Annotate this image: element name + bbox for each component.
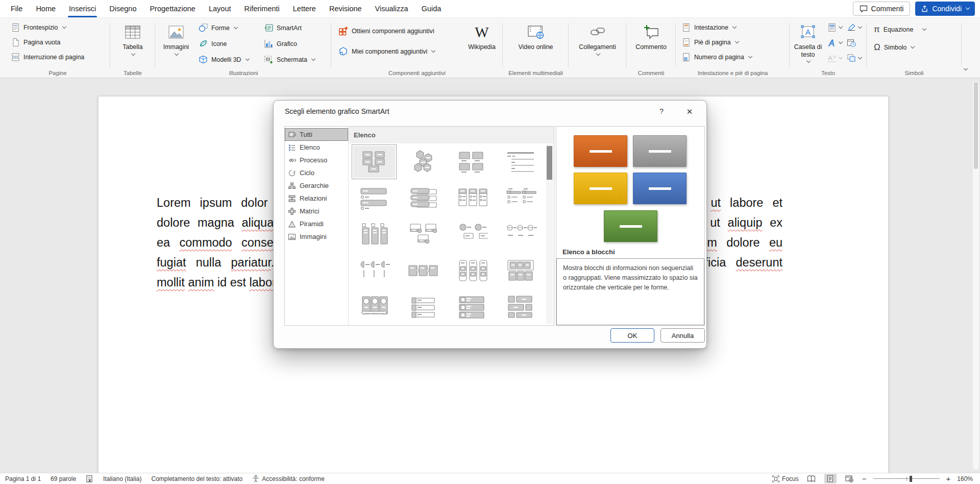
tab-visualizza[interactable]: Visualizza <box>369 0 415 17</box>
gallery-scrollbar-thumb[interactable] <box>547 146 552 180</box>
tab-home[interactable]: Home <box>29 0 62 17</box>
gallery-scrollbar[interactable] <box>546 144 553 324</box>
document-scrollbar[interactable] <box>973 81 979 470</box>
ribbon-collapse-chevron[interactable] <box>960 65 971 74</box>
gallery-item-vertical-rounded-list[interactable] <box>451 254 493 287</box>
icone-button[interactable]: Icone <box>197 37 251 50</box>
gallery-item-box-line-rows[interactable] <box>402 291 444 323</box>
tab-disegno[interactable]: Disegno <box>103 0 143 17</box>
video-online-button[interactable]: Video online <box>518 19 554 70</box>
gallery-item-arrow-box-row[interactable] <box>402 254 444 287</box>
commento-button[interactable]: Commento <box>631 19 672 70</box>
zoom-out-button[interactable]: − <box>862 475 867 482</box>
zoom-level[interactable]: 160% <box>957 475 973 482</box>
wikipedia-button[interactable]: W Wikipedia <box>464 19 500 70</box>
equazione-button[interactable]: π Equazione <box>872 23 928 36</box>
gallery-item-two-column-tab-list[interactable] <box>500 182 542 214</box>
miei-componenti-button[interactable]: Miei componenti aggiuntivi <box>336 45 437 58</box>
smartart-button[interactable]: SmartArt <box>262 21 317 34</box>
frontespizio-button[interactable]: Frontespizio <box>9 21 86 34</box>
gallery-item-alternating-hexagons[interactable] <box>402 146 444 178</box>
simbolo-button[interactable]: Ω Simbolo <box>872 41 928 54</box>
schermata-button[interactable]: Schermata <box>262 53 317 66</box>
zoom-slider-thumb[interactable] <box>910 476 912 482</box>
intestazione-button[interactable]: Intestazione <box>680 21 754 34</box>
numero-di-pagina-button[interactable]: # Numero di pagina <box>680 51 754 63</box>
category-item-relazioni[interactable]: Relazioni <box>285 192 348 205</box>
help-icon[interactable]: ? <box>656 107 667 115</box>
interruzione-pagina-button[interactable]: Interruzione di pagina <box>9 51 86 63</box>
comments-button[interactable]: Commenti <box>853 2 911 16</box>
scrollbar-thumb[interactable] <box>974 82 978 169</box>
collegamenti-button[interactable]: Collegamenti <box>573 19 622 70</box>
language-indicator[interactable]: Italiano (Italia) <box>103 475 141 482</box>
category-item-piramidi[interactable]: Piramidi <box>285 217 348 230</box>
pagina-vuota-button[interactable]: Pagina vuota <box>9 36 86 49</box>
immagini-button[interactable]: Immagini <box>160 19 192 70</box>
modelli-3d-button[interactable]: Modelli 3D <box>197 53 251 66</box>
data-e-ora-button[interactable] <box>847 36 862 50</box>
gallery-item-block-list[interactable] <box>352 144 397 179</box>
tab-progettazione[interactable]: Progettazione <box>143 0 202 17</box>
gallery-item-horizontal-bullet-list[interactable] <box>500 146 542 178</box>
gallery-item-square-grid-list[interactable] <box>500 254 542 287</box>
riga-di-firma-button[interactable] <box>847 21 862 34</box>
cancel-button[interactable]: Annulla <box>660 328 705 343</box>
gallery-item-mosaic-grid[interactable] <box>500 291 542 323</box>
gallery-item-circle-box-pairs[interactable] <box>451 218 493 251</box>
tab-inserisci[interactable]: Inserisci <box>62 0 103 17</box>
gallery-item-panel-circle-arrows[interactable] <box>353 291 395 323</box>
gallery-item-circle-dash-row[interactable] <box>500 218 542 251</box>
group-label-testo: Testo <box>790 70 867 76</box>
zoom-slider[interactable] <box>873 475 940 482</box>
share-button[interactable]: Condividi <box>915 2 975 16</box>
category-item-processo[interactable]: Processo <box>285 154 348 166</box>
category-item-ciclo[interactable]: Ciclo <box>285 166 348 179</box>
ribbon-group-tabelle: Tabella Tabelle <box>110 18 155 78</box>
tab-layout[interactable]: Layout <box>202 0 238 17</box>
text-prediction-indicator[interactable]: Completamento del testo: attivato <box>151 475 242 482</box>
proofing-errors-icon[interactable] <box>86 475 93 483</box>
gallery-item-square-bullet-rows[interactable] <box>451 291 493 323</box>
close-icon[interactable]: ✕ <box>683 106 696 118</box>
gallery-item-rounded-list[interactable] <box>353 182 395 214</box>
group-label-tabelle: Tabelle <box>110 70 155 76</box>
category-item-immagini[interactable]: Immagini <box>285 230 348 243</box>
casella-di-testo-button[interactable]: A Casella di testo <box>791 19 825 70</box>
oggetto-button[interactable] <box>847 52 862 65</box>
read-mode-button[interactable] <box>805 474 818 483</box>
gallery-item-vertical-box-list[interactable] <box>353 218 395 251</box>
page-indicator[interactable]: Pagina 1 di 1 <box>5 475 41 482</box>
gallery-item-pc-boxes[interactable] <box>402 218 444 251</box>
tab-guida[interactable]: Guida <box>415 0 448 17</box>
word-count[interactable]: 69 parole <box>51 475 76 482</box>
ok-button[interactable]: OK <box>610 328 654 343</box>
tab-riferimenti[interactable]: Riferimenti <box>237 0 286 17</box>
ottieni-componenti-button[interactable]: Ottieni componenti aggiuntivi <box>336 25 437 37</box>
web-layout-button[interactable] <box>843 474 855 483</box>
pie-di-pagina-button[interactable]: Piè di pagina <box>680 36 754 49</box>
tabella-button[interactable]: Tabella <box>116 19 149 70</box>
zoom-in-button[interactable]: + <box>946 475 951 482</box>
category-item-tutti[interactable]: Tutti <box>285 128 348 141</box>
tab-file[interactable]: File <box>4 0 29 17</box>
accessibility-indicator[interactable]: Accessibilità: conforme <box>252 475 325 482</box>
gallery-item-tab-list[interactable] <box>402 182 444 214</box>
focus-mode-button[interactable]: Focus <box>772 475 799 482</box>
gallery-item-picture-caption-list[interactable] <box>451 146 493 178</box>
grafico-button[interactable]: Grafico <box>262 37 317 50</box>
tab-lettere[interactable]: Lettere <box>286 0 323 17</box>
forme-button[interactable]: Forme <box>197 21 251 34</box>
gallery-item-grouped-list[interactable] <box>451 182 493 214</box>
wordart-button[interactable]: A <box>827 36 842 50</box>
parti-rapide-button[interactable] <box>827 21 842 34</box>
tab-revisione[interactable]: Revisione <box>323 0 369 17</box>
gallery-item-half-circle-list[interactable] <box>353 254 395 287</box>
category-item-matrici[interactable]: Matrici <box>285 205 348 217</box>
category-item-gerarchie[interactable]: Gerarchie <box>285 179 348 192</box>
my-add-ins-icon <box>338 46 348 56</box>
chevron-down-icon <box>311 56 315 60</box>
category-item-elenco[interactable]: Elenco <box>285 141 348 154</box>
ribbon-group-commenti: Commento Commenti <box>626 18 676 78</box>
print-layout-button[interactable] <box>824 474 837 483</box>
